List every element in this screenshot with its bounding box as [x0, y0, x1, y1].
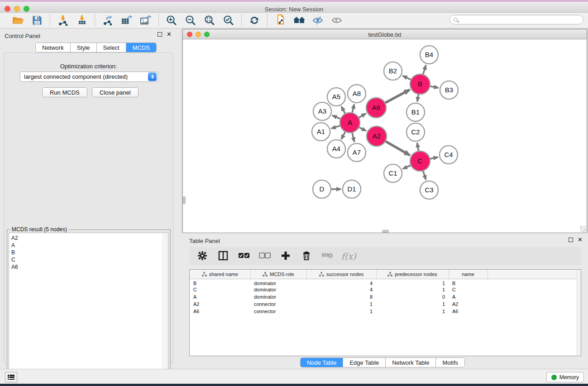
column-header-successor-nodes[interactable]: successor nodes	[306, 270, 376, 279]
delete-column-button[interactable]	[300, 249, 313, 263]
node-D[interactable]: D	[313, 180, 331, 198]
memory-button[interactable]: Memory	[546, 372, 584, 382]
edge-B-B4[interactable]	[423, 65, 426, 74]
table-row-C[interactable]: Cdominator41C	[190, 286, 577, 293]
edge-C-C2[interactable]	[417, 143, 419, 151]
column-header-MCDS-role[interactable]: MCDS role	[250, 270, 306, 279]
table-settings-button[interactable]	[196, 249, 209, 263]
export-table-button[interactable]	[120, 14, 134, 27]
delete-table-button[interactable]	[320, 249, 334, 263]
table-scrollbar[interactable]	[577, 270, 581, 356]
edge-A-A3[interactable]	[332, 115, 340, 119]
mcds-result-list[interactable]: A2ABCA6	[9, 233, 169, 381]
edge-A2-C[interactable]	[386, 141, 410, 155]
import-network-button[interactable]	[56, 14, 70, 27]
list-scrollbar[interactable]	[163, 233, 168, 381]
window-resize-grip[interactable]	[580, 226, 586, 232]
zoom-out-button[interactable]	[183, 14, 198, 27]
edge-A-A6[interactable]	[359, 114, 366, 118]
table-row-A6[interactable]: A6connector11A6	[190, 308, 577, 315]
node-A4[interactable]: A4	[327, 140, 345, 158]
node-A8[interactable]: A8	[348, 85, 366, 103]
clone-network-button[interactable]	[273, 14, 287, 27]
task-history-button[interactable]	[5, 372, 17, 382]
export-image-button[interactable]	[139, 14, 153, 27]
search-input[interactable]	[458, 17, 583, 23]
node-B2[interactable]: B2	[384, 62, 402, 80]
edge-A6-B[interactable]	[385, 90, 410, 103]
node-C[interactable]: C	[410, 151, 430, 171]
table-row-A2[interactable]: A2connector11A2	[190, 300, 577, 308]
refresh-button[interactable]	[247, 14, 262, 27]
column-header-name[interactable]: name	[449, 270, 488, 279]
tab-network-table[interactable]: Network Table	[386, 358, 436, 367]
column-header-shared-name[interactable]: shared name	[190, 270, 250, 279]
close-panel-icon[interactable]: ✕	[578, 238, 583, 242]
node-A[interactable]: A	[340, 113, 360, 133]
search-field[interactable]	[449, 15, 583, 24]
tab-network[interactable]: Network	[36, 43, 71, 52]
network-window-titlebar[interactable]: testGlobe.txt	[183, 29, 587, 39]
column-header-predecessor-nodes[interactable]: predecessor nodes	[376, 270, 449, 279]
edge-B-B2[interactable]	[403, 76, 411, 80]
tab-node-table[interactable]: Node Table	[301, 358, 344, 367]
edge-A-A5[interactable]	[341, 106, 345, 113]
node-A2[interactable]: A2	[367, 126, 387, 146]
node-B3[interactable]: B3	[440, 81, 458, 99]
mcds-result-item[interactable]: A6	[11, 263, 168, 271]
add-column-button[interactable]	[279, 249, 292, 263]
node-B1[interactable]: B1	[406, 103, 425, 121]
mcds-result-item[interactable]: A	[11, 242, 168, 249]
edge-A-A2[interactable]	[359, 127, 366, 131]
node-B4[interactable]: B4	[420, 46, 438, 64]
vertical-scrollbar-thumb[interactable]	[183, 196, 186, 204]
node-A1[interactable]: A1	[312, 123, 330, 141]
edge-B-B3[interactable]	[430, 86, 439, 88]
zoom-selected-button[interactable]	[221, 14, 236, 27]
node-A6[interactable]: A6	[366, 98, 386, 118]
zoom-in-button[interactable]	[164, 14, 179, 27]
node-table[interactable]: shared nameMCDS rolesuccessor nodesprede…	[189, 269, 581, 356]
node-A3[interactable]: A3	[313, 102, 331, 120]
hide-selected-button[interactable]	[311, 14, 325, 27]
mcds-result-item[interactable]: B	[11, 249, 168, 256]
mcds-result-item[interactable]: C	[11, 256, 168, 263]
edge-C-C3[interactable]	[423, 171, 426, 180]
mcds-result-item[interactable]: A2	[11, 234, 168, 242]
tab-select[interactable]: Select	[97, 43, 126, 52]
tab-style[interactable]: Style	[71, 43, 97, 52]
node-C1[interactable]: C1	[384, 164, 402, 182]
deselect-all-button[interactable]	[258, 249, 272, 263]
node-C3[interactable]: C3	[420, 181, 438, 199]
import-table-button[interactable]	[75, 14, 89, 27]
edge-B-B1[interactable]	[417, 95, 419, 102]
edge-C-C1[interactable]	[403, 165, 411, 169]
node-C2[interactable]: C2	[406, 123, 425, 141]
export-network-button[interactable]	[100, 14, 115, 27]
table-row-A[interactable]: Adominator80A	[190, 293, 577, 300]
function-builder-button[interactable]: f(x)	[341, 249, 356, 263]
horizontal-scrollbar-thumb[interactable]	[382, 230, 389, 233]
node-A7[interactable]: A7	[348, 143, 366, 162]
close-panel-button[interactable]: Close panel	[92, 87, 139, 97]
edge-C-C4[interactable]	[430, 157, 438, 159]
table-row-B[interactable]: Bdominator41B	[190, 279, 577, 286]
edge-A-A1[interactable]	[331, 126, 340, 129]
float-panel-icon[interactable]	[158, 32, 162, 37]
save-session-button[interactable]	[30, 14, 44, 27]
node-C4[interactable]: C4	[440, 146, 458, 164]
select-all-button[interactable]	[237, 249, 251, 263]
tab-edge-table[interactable]: Edge Table	[343, 358, 386, 367]
column-view-button[interactable]	[216, 249, 230, 263]
edge-A-A8[interactable]	[352, 104, 354, 112]
float-panel-icon[interactable]	[569, 238, 573, 242]
open-file-button[interactable]	[11, 14, 25, 27]
tab-motifs[interactable]: Motifs	[436, 358, 464, 367]
criterion-dropdown[interactable]: largest connected component (directed)	[20, 71, 158, 82]
home-networks-button[interactable]	[292, 14, 306, 27]
run-mcds-button[interactable]: Run MCDS	[42, 87, 87, 97]
edge-A-A4[interactable]	[341, 132, 345, 139]
zoom-fit-button[interactable]	[202, 14, 217, 27]
node-B[interactable]: B	[410, 74, 430, 94]
close-panel-icon[interactable]: ✕	[167, 32, 172, 37]
